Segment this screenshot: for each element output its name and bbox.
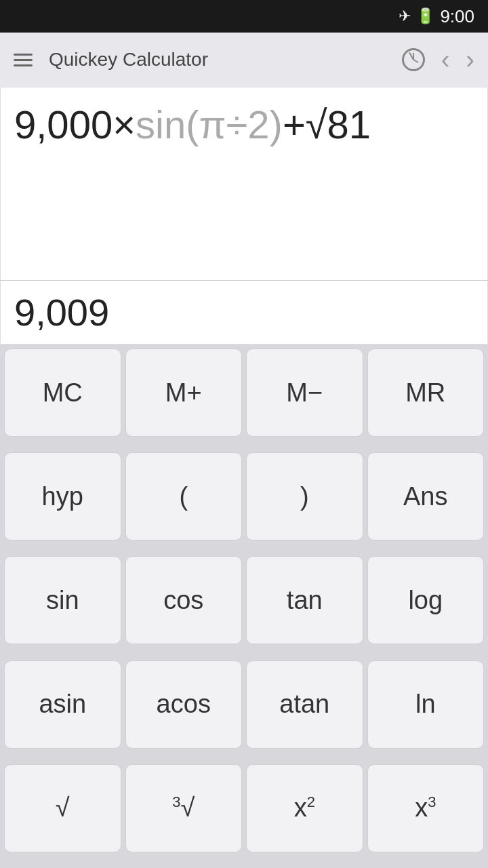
expression-plain: 9,000× — [14, 102, 136, 146]
history-button[interactable] — [402, 48, 425, 71]
keypad: MC M+ M− MR hyp ( ) Ans sin cos tan log … — [0, 344, 488, 868]
atan-button[interactable]: atan — [246, 660, 363, 749]
acos-button[interactable]: acos — [125, 660, 243, 749]
sqrt-button[interactable]: √ — [4, 764, 121, 852]
mc-button[interactable]: MC — [4, 349, 121, 437]
display-area: 9,000×sin(π÷2)+√81 9,009 — [0, 87, 488, 344]
app-bar: Quickey Calculator ‹ › — [0, 33, 488, 87]
lparen-button[interactable]: ( — [125, 452, 243, 540]
mplus-button[interactable]: M+ — [125, 349, 243, 437]
x3-button[interactable]: x3 — [367, 764, 485, 852]
x2-button[interactable]: x2 — [246, 764, 363, 852]
battery-icon: 🔋 — [416, 7, 434, 25]
cbrt-button[interactable]: 3√ — [125, 764, 243, 852]
status-time: 9:00 — [440, 6, 474, 27]
status-icons: ✈ 🔋 9:00 — [399, 6, 474, 27]
log-button[interactable]: log — [367, 556, 485, 644]
ln-button[interactable]: ln — [367, 660, 485, 749]
hyp-button[interactable]: hyp — [4, 452, 121, 540]
cos-button[interactable]: cos — [125, 556, 243, 644]
menu-button[interactable] — [14, 54, 33, 66]
status-bar: ✈ 🔋 9:00 — [0, 0, 488, 33]
app-title: Quickey Calculator — [49, 49, 386, 71]
back-button[interactable]: ‹ — [441, 45, 450, 75]
sin-button[interactable]: sin — [4, 556, 121, 644]
forward-button[interactable]: › — [466, 45, 474, 75]
mr-button[interactable]: MR — [367, 349, 485, 437]
tan-button[interactable]: tan — [246, 556, 363, 644]
asin-button[interactable]: asin — [4, 660, 121, 749]
rparen-button[interactable]: ) — [246, 452, 363, 540]
expression-trig: sin(π÷2) — [136, 102, 283, 146]
mminus-button[interactable]: M− — [246, 349, 363, 437]
ans-button[interactable]: Ans — [367, 452, 485, 540]
expression-display: 9,000×sin(π÷2)+√81 — [14, 101, 474, 280]
result-display: 9,009 — [14, 281, 474, 344]
expression-end: +√81 — [283, 102, 371, 146]
airplane-icon: ✈ — [399, 7, 411, 25]
